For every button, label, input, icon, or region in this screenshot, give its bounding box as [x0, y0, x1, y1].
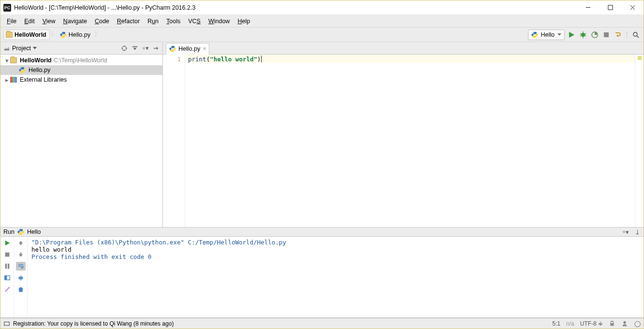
menu-view[interactable]: View	[39, 17, 59, 26]
stop-run-button[interactable]	[2, 250, 12, 259]
console-stdout-line: hello world	[31, 246, 640, 253]
project-tool-window: Project ▾ ▾ HelloWorld C:\Temp\HelloWorl…	[0, 42, 163, 227]
stop-button[interactable]	[601, 30, 611, 40]
text-caret	[261, 56, 262, 62]
status-bar: Registration: Your copy is licensed to Q…	[0, 318, 644, 329]
clear-all-button[interactable]	[16, 285, 26, 294]
minimize-button[interactable]	[577, 0, 599, 15]
menu-tools[interactable]: Tools	[163, 17, 184, 26]
breadcrumb-file[interactable]: Hello.py	[58, 29, 93, 40]
run-config-name: Hello	[541, 31, 555, 38]
run-button[interactable]	[567, 30, 576, 40]
collapse-all-button[interactable]	[132, 45, 138, 52]
breadcrumb-project[interactable]: HelloWorld	[3, 29, 50, 40]
chevron-right-icon: ▸	[4, 76, 9, 84]
menu-help[interactable]: Help	[234, 17, 253, 26]
editor-gutter: 1	[163, 55, 185, 227]
settings-button[interactable]: ▾	[142, 45, 149, 52]
run-coverage-button[interactable]	[590, 30, 600, 40]
libraries-icon	[10, 77, 17, 83]
caret-position[interactable]: 5:1	[552, 320, 560, 327]
window-title: HelloWorld - [C:\Temp\HelloWorld] - ...\…	[14, 4, 577, 11]
window-titlebar: PC HelloWorld - [C:\Temp\HelloWorld] - .…	[0, 0, 644, 15]
close-tab-button[interactable]: ×	[203, 45, 206, 52]
line-number: 1	[163, 56, 181, 63]
scroll-up-button[interactable]	[16, 239, 26, 247]
run-settings-button[interactable]: ▾	[622, 229, 629, 235]
editor-tabs: Hello.py ×	[163, 42, 644, 55]
editor-content[interactable]: print("hello world")	[185, 55, 635, 227]
python-file-icon	[19, 67, 26, 73]
rerun-button[interactable]	[2, 239, 12, 247]
chevron-right-icon: 〉	[50, 30, 58, 39]
menu-refactor[interactable]: Refactor	[114, 17, 143, 26]
line-separator[interactable]: n/a	[566, 320, 574, 327]
breadcrumb: HelloWorld 〉 Hello.py 〉	[3, 28, 102, 42]
layout-button[interactable]	[2, 273, 12, 282]
file-encoding[interactable]: UTF-8 ≑	[580, 320, 603, 327]
run-tool-config: Hello	[27, 229, 41, 235]
scroll-down-button[interactable]	[16, 250, 26, 259]
chevron-down-icon: ▾	[4, 57, 9, 64]
menu-file[interactable]: File	[3, 17, 20, 26]
status-inspector-icon[interactable]	[621, 320, 628, 327]
soft-wrap-button[interactable]	[16, 262, 26, 271]
step-button[interactable]	[613, 30, 623, 40]
menu-run[interactable]: Run	[144, 17, 162, 26]
tree-external-libraries[interactable]: ▸ External Libraries	[0, 75, 162, 85]
editor-tab-hello[interactable]: Hello.py ×	[166, 43, 209, 55]
wand-button[interactable]	[2, 285, 12, 294]
svg-rect-18	[608, 5, 612, 10]
menu-navigate[interactable]: Navigate	[60, 17, 90, 26]
scroll-from-source-button[interactable]	[121, 45, 128, 52]
tree-root[interactable]: ▾ HelloWorld C:\Temp\HelloWorld	[0, 56, 162, 65]
chevron-right-icon: 〉	[93, 30, 102, 39]
run-config-select[interactable]: Hello	[528, 29, 565, 40]
project-icon	[3, 45, 10, 52]
console-exit-line: Process finished with exit code 0	[31, 253, 640, 260]
run-tool-header: Run Hello ▾ ⤓	[0, 227, 644, 237]
run-hide-button[interactable]: ⤓	[634, 229, 641, 235]
search-everywhere-button[interactable]	[631, 30, 641, 40]
console-output[interactable]: "D:\Program Files (x86)\Python\python.ex…	[28, 237, 644, 317]
app-logo: PC	[3, 4, 11, 12]
tool-windows-button[interactable]	[3, 320, 10, 327]
run-tool-title: Run	[3, 229, 15, 235]
status-message: Registration: Your copy is licensed to Q…	[13, 320, 174, 327]
editor-tab-label: Hello.py	[178, 45, 200, 52]
menu-bar: File Edit View Navigate Code Refactor Ru…	[0, 15, 644, 28]
close-button[interactable]	[621, 0, 644, 15]
python-file-icon	[60, 31, 67, 38]
navigation-bar: HelloWorld 〉 Hello.py 〉 Hello	[0, 28, 644, 42]
dropdown-caret-icon	[557, 33, 561, 36]
project-view-select[interactable]: Project	[3, 45, 37, 52]
status-notifications-icon[interactable]: ◯	[634, 320, 641, 327]
analysis-marker-icon[interactable]	[638, 56, 642, 60]
menu-edit[interactable]: Edit	[21, 17, 38, 26]
print-button[interactable]	[16, 273, 26, 282]
tree-file-hello[interactable]: Hello.py	[0, 65, 162, 75]
dropdown-caret-icon	[33, 47, 37, 49]
folder-icon	[6, 32, 13, 38]
menu-window[interactable]: Window	[205, 17, 233, 26]
project-tree[interactable]: ▾ HelloWorld C:\Temp\HelloWorld Hello.py…	[0, 55, 162, 227]
debug-button[interactable]	[578, 30, 588, 40]
python-icon	[531, 31, 538, 38]
hide-button[interactable]	[153, 45, 160, 52]
console-command-line: "D:\Program Files (x86)\Python\python.ex…	[31, 239, 640, 246]
pause-button[interactable]	[2, 262, 12, 271]
python-file-icon	[169, 45, 176, 52]
maximize-button[interactable]	[599, 0, 621, 15]
run-tool-window: "D:\Program Files (x86)\Python\python.ex…	[0, 237, 644, 318]
menu-vcs[interactable]: VCS	[185, 17, 204, 26]
menu-code[interactable]: Code	[91, 17, 113, 26]
project-tool-header: Project ▾	[0, 42, 162, 55]
folder-icon	[10, 57, 17, 63]
status-lock-icon[interactable]	[609, 320, 615, 327]
python-icon	[17, 229, 24, 235]
editor-marker-bar[interactable]	[635, 55, 644, 227]
editor-area: Hello.py × 1 print("hello world")	[163, 42, 644, 227]
